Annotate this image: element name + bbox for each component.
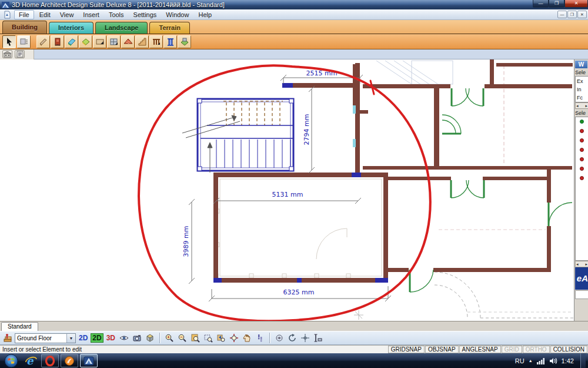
tab-landscape[interactable]: Landscape [95,22,148,34]
slab-tool-button[interactable] [178,35,191,48]
material-swatch[interactable] [580,138,584,142]
select-element-button[interactable] [17,35,31,48]
floor-selector[interactable]: Ground Floor ▼ [15,333,76,343]
horizontal-scrollbar[interactable]: ◂ ▸ [575,102,588,109]
sheet-tab-standard[interactable]: Standard [1,322,38,331]
scroll-left-icon[interactable]: ◂ [576,103,579,108]
model-cube-button[interactable] [144,333,156,344]
wall-type-list[interactable]: Ex In Fc [575,76,588,102]
staircase[interactable] [182,99,293,173]
zoom-page-button[interactable] [189,333,201,344]
minimize-button[interactable]: — [533,0,549,8]
internet-explorer-icon[interactable]: e [24,354,39,367]
menu-help[interactable]: Help [194,11,216,19]
wall-icon [39,37,48,47]
zoom-page-icon [191,333,200,343]
maximize-button[interactable]: ❐ [549,0,564,8]
list-item[interactable]: Ex [577,77,588,85]
wall-tool-button[interactable] [36,35,50,48]
material-swatch[interactable] [580,148,584,152]
eye-button[interactable] [118,333,130,344]
tab-terrain[interactable]: Terrain [149,22,189,34]
zoom-selection-button[interactable] [202,333,214,344]
stairs-tool-button[interactable] [135,35,149,48]
view-2d-button[interactable]: 2D [77,334,89,342]
roof-tool-button[interactable] [121,35,135,48]
building-properties-button[interactable] [2,50,12,58]
window-tool-button[interactable] [65,35,78,48]
network-icon[interactable] [537,357,545,364]
clock[interactable]: 1:42 [562,357,574,364]
mdi-close-button[interactable]: ✕ [577,11,587,18]
toggle-grid[interactable]: GRID [502,346,522,353]
floor-plan[interactable]: 2515 mm 2794 mm 5131 mm 3989 mm 6325 mm [0,59,574,321]
render-camera-button[interactable] [131,333,143,344]
toggle-anglesnap[interactable]: ANGLESNAP [459,346,501,353]
center-view-icon [300,333,310,343]
menu-view[interactable]: View [56,11,78,19]
close-button[interactable]: ✕ [564,0,588,8]
select-cursor-button[interactable] [2,35,16,48]
window-frame-tool-button[interactable] [107,35,121,48]
drawing-canvas[interactable]: 2515 mm 2794 mm 5131 mm 3989 mm 6325 mm [0,59,574,321]
zoom-extents-button[interactable] [228,333,240,344]
language-indicator[interactable]: RU [515,357,524,364]
start-button[interactable] [4,353,19,368]
view-3d-button[interactable]: 3D [105,334,117,342]
tab-building[interactable]: Building [2,21,47,34]
material-swatch[interactable] [580,157,584,161]
door-tool-button[interactable] [51,35,64,48]
toggle-collision[interactable]: COLLISION [550,346,587,353]
scroll-right-icon[interactable]: ▸ [585,261,587,267]
fl-studio-taskbar-button[interactable] [61,354,78,367]
material-swatch[interactable] [580,176,584,180]
zoom-out-button[interactable] [176,333,188,344]
measure-button[interactable] [312,333,324,344]
menu-edit[interactable]: Edit [35,11,55,19]
dropdown-arrow-icon[interactable]: ▼ [66,334,75,343]
zoom-previous-button[interactable] [215,333,227,344]
material-swatch[interactable] [580,167,584,171]
home-architect-taskbar-button[interactable] [80,354,98,367]
menu-window[interactable]: Window [162,11,193,19]
horizontal-scrollbar[interactable]: ◂ ▸ [575,261,588,267]
pan-hand-button[interactable] [241,333,253,344]
toggle-ortho[interactable]: ORTHO [523,346,550,353]
mdi-restore-button[interactable]: ❐ [567,11,577,18]
list-item[interactable]: Fc [577,94,588,102]
toggle-objsnap[interactable]: OBJSNAP [425,346,459,353]
scroll-right-icon[interactable]: ▸ [585,103,587,108]
zoom-scale-button[interactable] [254,333,266,344]
tab-interiors[interactable]: Interiors [49,22,93,34]
show-desktop-button[interactable] [580,353,586,368]
project-info-button[interactable] [15,50,25,58]
floor-levels-button[interactable] [2,333,14,344]
zoom-in-button[interactable] [163,333,175,344]
menu-tools[interactable]: Tools [105,11,128,19]
railing-tool-button[interactable] [149,35,163,48]
visibility-button[interactable] [273,333,285,344]
menu-settings[interactable]: Settings [129,11,161,19]
opera-taskbar-button[interactable] [41,354,59,367]
render-camera-icon [132,333,142,343]
center-view-button[interactable] [299,333,311,344]
menu-insert[interactable]: Insert [79,11,103,19]
rotate-view-button[interactable] [286,333,298,344]
tray-expand-icon[interactable]: ▲ [529,359,533,363]
list-item[interactable]: In [577,85,588,94]
material-list[interactable] [575,117,588,261]
volume-icon[interactable] [549,357,557,364]
building-properties-icon [4,51,11,58]
zoom-extents-icon [229,333,239,343]
column-tool-button[interactable] [163,35,177,48]
scroll-left-icon[interactable]: ◂ [576,261,579,267]
opening-tool-button[interactable] [93,35,106,48]
material-swatch[interactable] [580,129,584,133]
floor-tool-button[interactable] [79,35,92,48]
menu-file[interactable]: File [14,10,34,19]
toggle-gridsnap[interactable]: GRIDSNAP [388,346,425,353]
material-swatch[interactable] [580,120,584,124]
mdi-minimize-button[interactable]: — [557,11,567,18]
dimension-lines[interactable] [189,75,391,301]
view-2d-plan-button[interactable]: 2D [91,333,103,343]
